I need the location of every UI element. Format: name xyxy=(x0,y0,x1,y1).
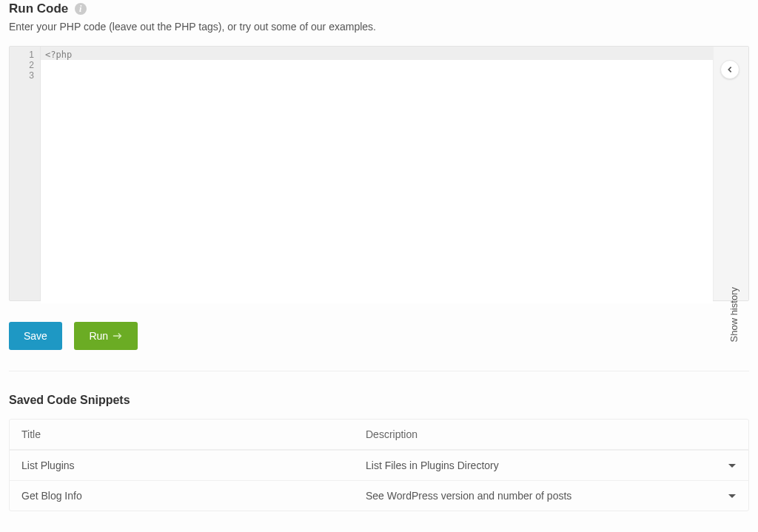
page-title: Run Code xyxy=(9,1,68,16)
chevron-left-icon xyxy=(726,66,734,73)
editor-gutter: 1 2 3 xyxy=(10,47,41,300)
table-row[interactable]: Get Blog Info See WordPress version and … xyxy=(10,480,748,511)
save-button-label: Save xyxy=(24,330,47,342)
line-number: 2 xyxy=(10,60,40,70)
page-subtitle: Enter your PHP code (leave out the PHP t… xyxy=(9,21,749,33)
snippets-table: Title Description List Plugins List File… xyxy=(9,419,749,511)
snippet-title: Get Blog Info xyxy=(21,490,366,502)
info-icon[interactable]: i xyxy=(75,3,87,15)
caret-down-icon xyxy=(728,494,737,499)
editor-right-rail: Show history xyxy=(713,47,748,300)
run-button-label: Run xyxy=(89,330,108,342)
code-editor[interactable]: 1 2 3 <?php Show history xyxy=(9,46,749,301)
show-history-button[interactable]: Show history xyxy=(728,287,739,342)
arrow-right-icon xyxy=(113,331,123,340)
action-bar: Save Run xyxy=(9,322,749,350)
col-header-description: Description xyxy=(366,428,719,440)
collapse-button[interactable] xyxy=(720,60,739,79)
table-row[interactable]: List Plugins List Files in Plugins Direc… xyxy=(10,450,748,480)
table-header: Title Description xyxy=(10,420,748,450)
saved-snippets-title: Saved Code Snippets xyxy=(9,394,749,407)
expand-toggle[interactable] xyxy=(719,459,737,471)
line-number: 1 xyxy=(10,50,40,60)
expand-toggle[interactable] xyxy=(719,490,737,502)
snippet-description: See WordPress version and number of post… xyxy=(366,490,719,502)
snippet-description: List Files in Plugins Directory xyxy=(366,459,719,471)
code-line-1: <?php xyxy=(41,50,713,60)
line-number: 3 xyxy=(10,70,40,81)
run-button[interactable]: Run xyxy=(74,322,138,350)
snippet-title: List Plugins xyxy=(21,459,366,471)
col-header-title: Title xyxy=(21,428,366,440)
code-textarea[interactable]: <?php xyxy=(41,47,713,300)
save-button[interactable]: Save xyxy=(9,322,62,350)
caret-down-icon xyxy=(728,463,737,469)
